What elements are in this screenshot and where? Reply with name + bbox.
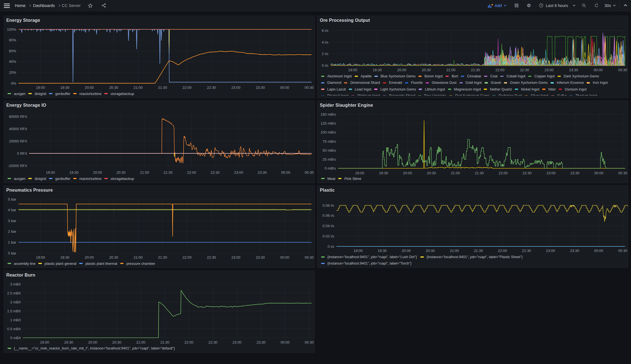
svg-text:1 mB/t: 1 mB/t [10,318,21,322]
svg-text:2 bar: 2 bar [8,229,16,234]
svg-text:21:00: 21:00 [140,170,149,175]
svg-text:00:30: 00:30 [618,171,627,175]
svg-text:22:30: 22:30 [523,171,532,175]
svg-text:23:00: 23:00 [231,255,241,260]
svg-text:20000 RF/t: 20000 RF/t [9,139,27,143]
svg-text:20:30: 20:30 [427,171,436,175]
svg-text:150 mB/s: 150 mB/s [321,112,336,116]
svg-text:21:00: 21:00 [136,340,146,344]
svg-text:0 i/s: 0 i/s [328,244,334,249]
svg-text:00:30: 00:30 [305,340,314,344]
svg-text:19:00: 19:00 [36,255,45,260]
svg-text:19:30: 19:30 [378,249,387,253]
svg-text:20:30: 20:30 [426,249,435,253]
svg-text:00:30: 00:30 [305,85,314,90]
svg-text:00:30: 00:30 [305,255,314,260]
svg-text:23:00: 23:00 [231,85,241,90]
svg-text:20:00: 20:00 [88,340,97,344]
svg-text:40000 RF/t: 40000 RF/t [9,127,27,131]
svg-text:19:00: 19:00 [354,249,363,253]
svg-text:21:30: 21:30 [475,171,484,175]
svg-text:23:00: 23:00 [234,170,243,175]
svg-text:0.5 mB/t: 0.5 mB/t [7,327,21,331]
svg-text:19:30: 19:30 [60,255,70,260]
svg-text:0.02 i/s: 0.02 i/s [322,234,334,238]
svg-text:22:00: 22:00 [182,255,192,260]
svg-text:20:00: 20:00 [402,249,411,253]
svg-text:00:30: 00:30 [305,170,314,175]
svg-text:20:30: 20:30 [117,170,126,175]
svg-text:22:00: 22:00 [187,170,196,175]
svg-text:50 mB/s: 50 mB/s [322,148,336,153]
svg-text:2.5 mB/t: 2.5 mB/t [7,291,21,295]
svg-text:19:30: 19:30 [379,171,388,175]
svg-text:23:00: 23:00 [546,171,556,175]
svg-text:00:00: 00:00 [594,249,603,253]
svg-text:3 mB/t: 3 mB/t [10,282,21,286]
svg-text:25 mB/s: 25 mB/s [322,157,336,161]
svg-text:1.5 mB/t: 1.5 mB/t [7,309,21,313]
svg-text:23:00: 23:00 [546,249,555,253]
svg-text:20:30: 20:30 [112,340,121,344]
svg-text:21:30: 21:30 [163,170,173,175]
svg-text:21:00: 21:00 [134,255,143,260]
svg-text:19:30: 19:30 [64,340,73,344]
svg-text:19:30: 19:30 [60,85,70,90]
svg-text:0 RF/t: 0 RF/t [17,151,27,156]
svg-text:00:30: 00:30 [618,249,627,253]
svg-text:5 bar: 5 bar [8,197,16,201]
svg-text:23:30: 23:30 [570,249,579,253]
svg-text:23:30: 23:30 [256,85,265,90]
svg-text:0 mB/s: 0 mB/s [325,166,336,170]
svg-text:22:30: 22:30 [522,249,531,253]
svg-text:0.04 i/s: 0.04 i/s [322,224,334,228]
svg-text:0.06 i/s: 0.06 i/s [322,213,334,218]
svg-text:100%: 100% [7,27,16,32]
svg-text:21:30: 21:30 [474,249,483,253]
svg-text:2 mB/t: 2 mB/t [10,300,21,304]
svg-text:0 bar: 0 bar [8,251,16,255]
svg-text:22:30: 22:30 [208,340,218,344]
svg-text:60000 RF/t: 60000 RF/t [9,115,27,119]
svg-text:22:00: 22:00 [498,249,507,253]
svg-text:21:30: 21:30 [158,85,167,90]
svg-text:20%: 20% [9,70,16,75]
svg-text:00:00: 00:00 [280,255,290,260]
svg-text:23:00: 23:00 [233,340,242,344]
svg-text:00:00: 00:00 [280,85,290,90]
svg-text:19:00: 19:00 [40,340,49,344]
svg-text:19:00: 19:00 [36,85,45,90]
svg-text:75 mB/s: 75 mB/s [322,139,336,144]
svg-text:22:00: 22:00 [184,340,194,344]
svg-text:21:30: 21:30 [160,340,170,344]
svg-text:20:00: 20:00 [85,255,94,260]
svg-text:22:30: 22:30 [210,170,220,175]
svg-text:0 mB/t: 0 mB/t [10,336,21,340]
svg-text:21:00: 21:00 [451,171,460,175]
svg-text:20:00: 20:00 [85,85,94,90]
svg-text:125 mB/s: 125 mB/s [321,121,336,125]
svg-text:23:30: 23:30 [570,171,580,175]
svg-text:22:00: 22:00 [182,85,192,90]
svg-text:19:00: 19:00 [355,171,364,175]
svg-text:22:30: 22:30 [207,255,216,260]
svg-text:0.08 i/s: 0.08 i/s [322,203,334,208]
svg-text:19:30: 19:30 [69,170,79,175]
svg-text:23:30: 23:30 [258,170,267,175]
svg-text:23:30: 23:30 [257,340,266,344]
svg-text:0%: 0% [11,81,16,85]
svg-text:20:00: 20:00 [93,170,102,175]
svg-text:80%: 80% [9,38,16,42]
svg-text:00:00: 00:00 [594,171,604,175]
svg-text:21:00: 21:00 [134,85,143,90]
svg-text:20:30: 20:30 [109,85,118,90]
svg-text:3 bar: 3 bar [8,219,16,223]
svg-text:20:30: 20:30 [109,255,118,260]
svg-text:22:30: 22:30 [207,85,216,90]
svg-text:-20000 RF/t: -20000 RF/t [8,164,27,168]
svg-text:1 bar: 1 bar [8,240,16,244]
svg-text:00:00: 00:00 [281,170,290,175]
svg-text:4 bar: 4 bar [8,208,16,212]
svg-text:22:00: 22:00 [499,171,508,175]
svg-text:100 mB/s: 100 mB/s [321,130,336,134]
